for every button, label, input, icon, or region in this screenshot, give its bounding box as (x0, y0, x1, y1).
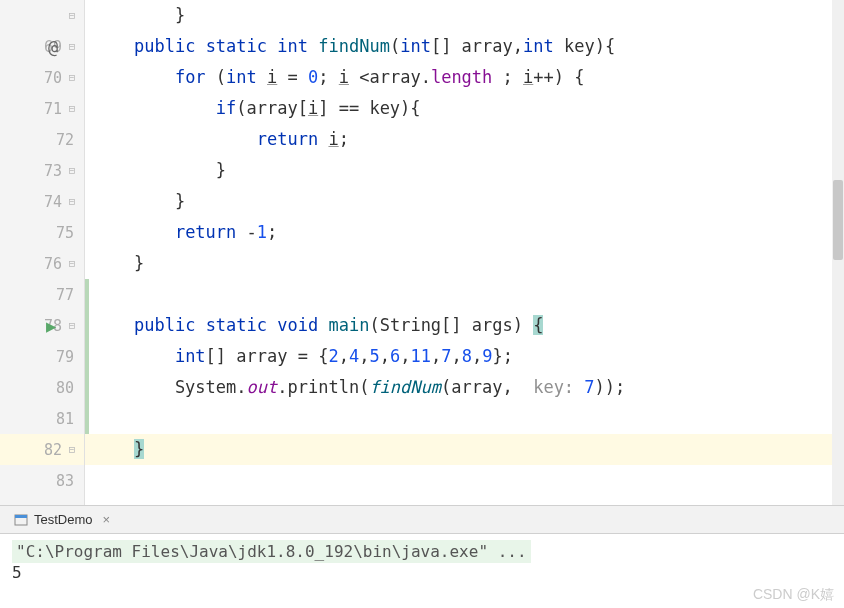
line-number: 83 (56, 472, 74, 490)
console-tab-label: TestDemo (34, 512, 93, 527)
fold-icon[interactable]: ⊟ (66, 71, 78, 84)
parameter-hint: key: (523, 377, 584, 397)
line-number: 74 (44, 193, 62, 211)
fold-icon[interactable]: ⊟ (66, 257, 78, 270)
watermark: CSDN @K嬉 (753, 586, 834, 604)
console-tab[interactable]: TestDemo × (6, 510, 118, 529)
line-number: 79 (56, 348, 74, 366)
console-tab-bar: TestDemo × (0, 506, 844, 534)
code-line[interactable] (85, 279, 844, 310)
gutter: ⊟ 69@⊟ 70⊟ 71⊟ 72 73⊟ 74⊟ 75 76⊟ 77 78▶⊟… (0, 0, 85, 505)
scrollbar-thumb[interactable] (833, 180, 843, 260)
run-icon[interactable]: ▶ (46, 316, 56, 336)
line-number: 77 (56, 286, 74, 304)
code-line[interactable]: } (85, 186, 844, 217)
line-number: 70 (44, 69, 62, 87)
vertical-scrollbar[interactable] (832, 0, 844, 505)
code-line[interactable]: int[] array = {2,4,5,6,11,7,8,9}; (85, 341, 844, 372)
fold-icon[interactable]: ⊟ (66, 443, 78, 456)
line-number: 76 (44, 255, 62, 273)
line-number: 80 (56, 379, 74, 397)
code-line[interactable] (85, 465, 844, 496)
code-line[interactable]: public static void main(String[] args) { (85, 310, 844, 341)
code-line[interactable] (85, 403, 844, 434)
code-line[interactable]: } (85, 434, 844, 465)
console-area: TestDemo × "C:\Program Files\Java\jdk1.8… (0, 506, 844, 608)
code-line[interactable]: return i; (85, 124, 844, 155)
console-output[interactable]: "C:\Program Files\Java\jdk1.8.0_192\bin\… (0, 534, 844, 588)
fold-icon[interactable]: ⊟ (66, 9, 78, 22)
code-line[interactable]: } (85, 155, 844, 186)
code-line[interactable]: } (85, 0, 844, 31)
line-number: 72 (56, 131, 74, 149)
run-tab-icon (14, 513, 28, 527)
fold-icon[interactable]: ⊟ (66, 40, 78, 53)
fold-icon[interactable]: ⊟ (66, 164, 78, 177)
code-line[interactable]: return -1; (85, 217, 844, 248)
close-icon[interactable]: × (103, 512, 111, 527)
code-line[interactable]: } (85, 248, 844, 279)
line-number: 75 (56, 224, 74, 242)
fold-icon[interactable]: ⊟ (66, 195, 78, 208)
line-number: 71 (44, 100, 62, 118)
code-line[interactable]: for (int i = 0; i <array.length ; i++) { (85, 62, 844, 93)
svg-rect-1 (15, 515, 27, 518)
code-line[interactable]: if(array[i] == key){ (85, 93, 844, 124)
console-command: "C:\Program Files\Java\jdk1.8.0_192\bin\… (12, 540, 531, 563)
code-area[interactable]: } public static int findNum(int[] array,… (85, 0, 844, 505)
line-number: 82 (44, 441, 62, 459)
line-number: 81 (56, 410, 74, 428)
console-result: 5 (12, 563, 832, 582)
change-marker (85, 279, 89, 434)
code-line[interactable]: System.out.println(findNum(array, key: 7… (85, 372, 844, 403)
fold-icon[interactable]: ⊟ (66, 102, 78, 115)
fold-icon[interactable]: ⊟ (66, 319, 78, 332)
editor-area: ⊟ 69@⊟ 70⊟ 71⊟ 72 73⊟ 74⊟ 75 76⊟ 77 78▶⊟… (0, 0, 844, 505)
line-number: 73 (44, 162, 62, 180)
code-line[interactable]: public static int findNum(int[] array,in… (85, 31, 844, 62)
annotation-mark: @ (48, 37, 58, 57)
